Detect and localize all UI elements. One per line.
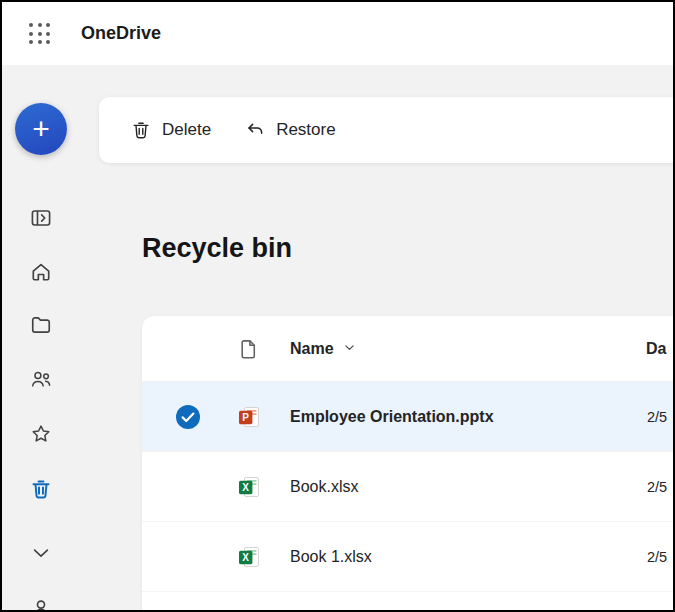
powerpoint-icon: P [237,405,261,429]
chevron-down-icon [343,340,356,358]
plus-icon: + [32,114,50,144]
sidebar-item-recycle-bin[interactable] [30,478,52,500]
file-date: 2/5 [647,452,667,522]
file-name: Book.xlsx [290,452,358,522]
person-icon [30,598,52,612]
home-icon [30,261,52,283]
people-icon [30,368,52,390]
sidebar-item-my-files[interactable] [30,314,52,336]
onedrive-window: OneDrive + [0,0,675,612]
svg-text:X: X [242,482,249,493]
sidebar-item-home[interactable] [30,261,52,283]
delete-button-label: Delete [162,120,211,140]
sidebar-item-more[interactable] [30,542,52,564]
restore-button[interactable]: Restore [231,111,350,149]
document-type-column-icon [238,338,260,360]
chevron-down-icon [30,542,52,564]
selected-check-icon[interactable] [175,404,201,430]
file-date: 2/5 [647,522,667,592]
table-row[interactable]: X Book.xlsx 2/5 [142,452,675,522]
file-list-card: Name Da P Employee Orientation [142,316,675,612]
trash-icon [131,120,151,140]
restore-icon [245,120,265,140]
svg-text:X: X [242,552,249,563]
sidebar-item-toggle-navigation[interactable] [30,207,52,229]
table-row[interactable]: P Employee Orientation.pptx 2/5 [142,382,675,452]
app-title: OneDrive [81,23,161,44]
delete-button[interactable]: Delete [117,111,225,149]
top-bar: OneDrive [2,2,673,65]
page-title: Recycle bin [142,233,292,264]
sidebar-item-profile[interactable] [30,598,52,612]
trash-icon [30,478,52,500]
command-toolbar: Delete Restore [99,97,675,163]
file-name: Employee Orientation.pptx [290,382,494,452]
file-date: 2/5 [647,382,667,452]
sidebar-item-shared[interactable] [30,368,52,390]
excel-icon: X [237,475,261,499]
table-header-row: Name Da [142,316,675,382]
app-launcher-icon[interactable] [25,19,54,48]
sidebar-item-favorites[interactable] [30,423,52,445]
column-header-date[interactable]: Da [646,316,666,382]
restore-button-label: Restore [276,120,336,140]
svg-text:P: P [242,412,249,423]
excel-icon: X [237,545,261,569]
star-icon [30,423,52,445]
column-header-name[interactable]: Name [290,316,356,382]
file-name: Book 1.xlsx [290,522,372,592]
add-new-button[interactable]: + [15,103,67,155]
table-row[interactable]: X Book 1.xlsx 2/5 [142,522,675,592]
panel-expand-icon [30,207,52,229]
folder-icon [30,314,52,336]
